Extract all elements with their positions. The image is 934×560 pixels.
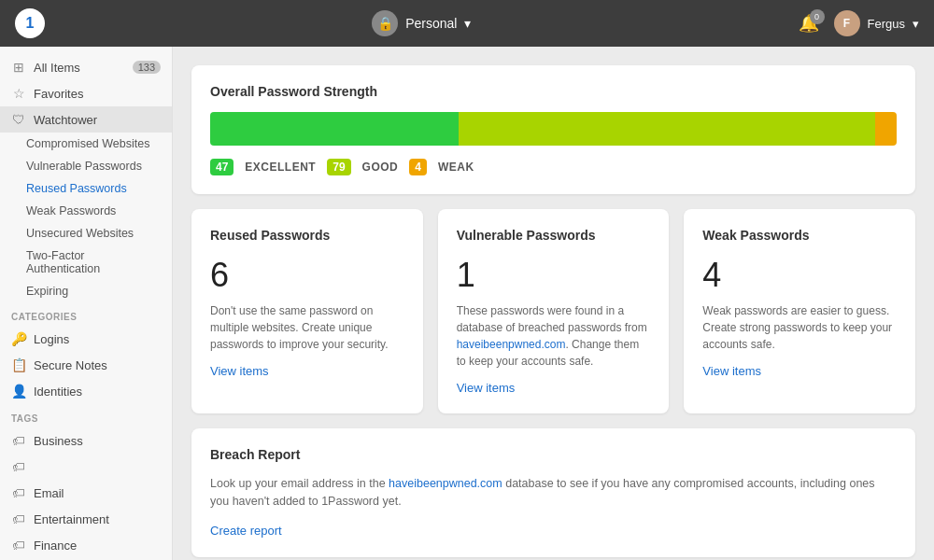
- sidebar-sub-unsecured[interactable]: Unsecured Websites: [0, 222, 172, 245]
- tag-icon-empty: 🏷: [11, 459, 26, 474]
- vault-name: Personal: [405, 16, 457, 31]
- sidebar-sub-weak[interactable]: Weak Passwords: [0, 200, 172, 222]
- vulnerable-card: Vulnerable Passwords 1 These passwords w…: [438, 209, 670, 413]
- sidebar-tag-business[interactable]: 🏷 Business: [0, 427, 172, 454]
- tags-section-label: TAGS: [0, 404, 172, 427]
- notifications-button[interactable]: 🔔 0: [799, 13, 819, 34]
- reused-count: 6: [210, 256, 404, 295]
- good-badge: 79: [327, 159, 350, 175]
- create-report-link[interactable]: Create report: [210, 524, 282, 538]
- sidebar-tag-empty[interactable]: 🏷: [0, 454, 172, 480]
- good-label: GOOD: [362, 161, 399, 174]
- tag-email-label: Email: [34, 486, 64, 500]
- strength-bar: [210, 112, 897, 146]
- sidebar-sub-compromised[interactable]: Compromised Websites: [0, 133, 172, 155]
- sidebar-tag-entertainment[interactable]: 🏷 Entertainment: [0, 506, 172, 532]
- sidebar-item-watchtower[interactable]: 🛡 Watchtower: [0, 106, 172, 133]
- vulnerable-card-title: Vulnerable Passwords: [457, 228, 651, 243]
- weak-badge: 4: [409, 159, 427, 175]
- haveibeenpwned-link[interactable]: haveibeenpwned.com: [457, 338, 566, 351]
- breach-desc: Look up your email address in the haveib…: [210, 475, 897, 511]
- weak-count: 4: [702, 256, 897, 295]
- favorites-label: Favorites: [34, 87, 83, 101]
- sidebar-sub-expiring[interactable]: Expiring: [0, 280, 172, 302]
- avatar: F: [834, 10, 860, 36]
- sidebar-sub-reused[interactable]: Reused Passwords: [0, 177, 172, 200]
- identities-label: Identities: [34, 385, 82, 399]
- vulnerable-desc: These passwords were found in a database…: [457, 302, 651, 370]
- vulnerable-view-items-link[interactable]: View items: [457, 381, 651, 395]
- sidebar-item-favorites[interactable]: ☆ Favorites: [0, 80, 172, 106]
- stat-cards-row: Reused Passwords 6 Don't use the same pa…: [191, 209, 915, 413]
- tag-business-label: Business: [34, 434, 83, 448]
- weak-bar-segment: [875, 112, 897, 146]
- reused-card: Reused Passwords 6 Don't use the same pa…: [191, 209, 423, 413]
- logo-text: 1: [26, 15, 35, 32]
- sidebar-item-logins[interactable]: 🔑 Logins: [0, 326, 172, 352]
- notification-badge: 0: [810, 9, 825, 24]
- reused-desc: Don't use the same password on multiple …: [210, 302, 404, 353]
- user-name: Fergus: [868, 17, 905, 31]
- breach-card-title: Breach Report: [210, 447, 897, 462]
- sidebar-tag-finance[interactable]: 🏷 Finance: [0, 532, 172, 558]
- identities-icon: 👤: [11, 384, 26, 399]
- compromised-label: Compromised Websites: [26, 137, 149, 150]
- watchtower-label: Watchtower: [34, 113, 97, 127]
- logins-label: Logins: [34, 332, 69, 346]
- sidebar: ⊞ All Items 133 ☆ Favorites 🛡 Watchtower…: [0, 47, 173, 560]
- all-items-badge: 133: [133, 61, 161, 74]
- topbar-right: 🔔 0 F Fergus ▾: [799, 10, 919, 36]
- vulnerable-label: Vulnerable Passwords: [26, 160, 142, 173]
- all-items-label: All Items: [34, 61, 80, 75]
- good-bar-segment: [459, 112, 876, 146]
- unsecured-label: Unsecured Websites: [26, 227, 134, 240]
- sidebar-item-secure-notes[interactable]: 📋 Secure Notes: [0, 352, 172, 378]
- app-logo[interactable]: 1: [15, 8, 45, 38]
- secure-notes-label: Secure Notes: [34, 358, 107, 372]
- reused-view-items-link[interactable]: View items: [210, 364, 404, 378]
- excellent-bar-segment: [210, 112, 459, 146]
- sidebar-sub-vulnerable[interactable]: Vulnerable Passwords: [0, 155, 172, 177]
- weak-card-title: Weak Passwords: [702, 228, 897, 243]
- breach-desc1: Look up your email address in the: [210, 477, 389, 490]
- tag-finance-label: Finance: [34, 539, 77, 553]
- breach-haveibeenpwned-link[interactable]: haveibeenpwned.com: [389, 477, 502, 490]
- sidebar-item-identities[interactable]: 👤 Identities: [0, 378, 172, 404]
- star-icon: ☆: [11, 86, 26, 101]
- topbar: 1 🔒 Personal ▾ 🔔 0 F Fergus ▾: [0, 0, 934, 47]
- excellent-label: EXCELLENT: [245, 161, 316, 174]
- sidebar-sub-twofactor[interactable]: Two-Factor Authentication: [0, 245, 172, 280]
- strength-card-title: Overall Password Strength: [210, 84, 897, 99]
- user-chevron: ▾: [913, 17, 919, 31]
- watchtower-icon: 🛡: [11, 112, 26, 127]
- user-menu[interactable]: F Fergus ▾: [834, 10, 919, 36]
- weak-legend-label: WEAK: [438, 161, 474, 174]
- vault-selector[interactable]: 🔒 Personal ▾: [372, 10, 471, 36]
- sidebar-item-all-items[interactable]: ⊞ All Items 133: [0, 54, 172, 80]
- vulnerable-count: 1: [457, 256, 651, 295]
- vault-chevron: ▾: [464, 16, 471, 31]
- vault-icon: 🔒: [372, 10, 398, 36]
- reused-card-title: Reused Passwords: [210, 228, 404, 243]
- tag-icon-email: 🏷: [11, 485, 26, 500]
- vulnerable-desc1: These passwords were found in a database…: [457, 304, 647, 334]
- excellent-badge: 47: [210, 159, 234, 175]
- reused-label: Reused Passwords: [26, 182, 127, 195]
- strength-legend: 47 EXCELLENT 79 GOOD 4 WEAK: [210, 159, 897, 175]
- weak-view-items-link[interactable]: View items: [702, 364, 897, 378]
- notes-icon: 📋: [11, 357, 26, 372]
- weak-desc: Weak passwords are easier to guess. Crea…: [702, 302, 897, 353]
- sidebar-tag-email[interactable]: 🏷 Email: [0, 480, 172, 506]
- weak-card: Weak Passwords 4 Weak passwords are easi…: [684, 209, 915, 413]
- strength-card: Overall Password Strength 47 EXCELLENT 7…: [191, 65, 915, 194]
- main-content: Overall Password Strength 47 EXCELLENT 7…: [173, 47, 934, 560]
- tag-icon-finance: 🏷: [11, 538, 26, 553]
- expiring-label: Expiring: [26, 285, 68, 298]
- tag-icon-business: 🏷: [11, 433, 26, 448]
- categories-section-label: CATEGORIES: [0, 302, 172, 326]
- grid-icon: ⊞: [11, 60, 26, 75]
- breach-card: Breach Report Look up your email address…: [191, 428, 915, 557]
- logins-icon: 🔑: [11, 331, 26, 346]
- tag-entertainment-label: Entertainment: [34, 512, 109, 526]
- twofactor-label: Two-Factor Authentication: [26, 249, 161, 275]
